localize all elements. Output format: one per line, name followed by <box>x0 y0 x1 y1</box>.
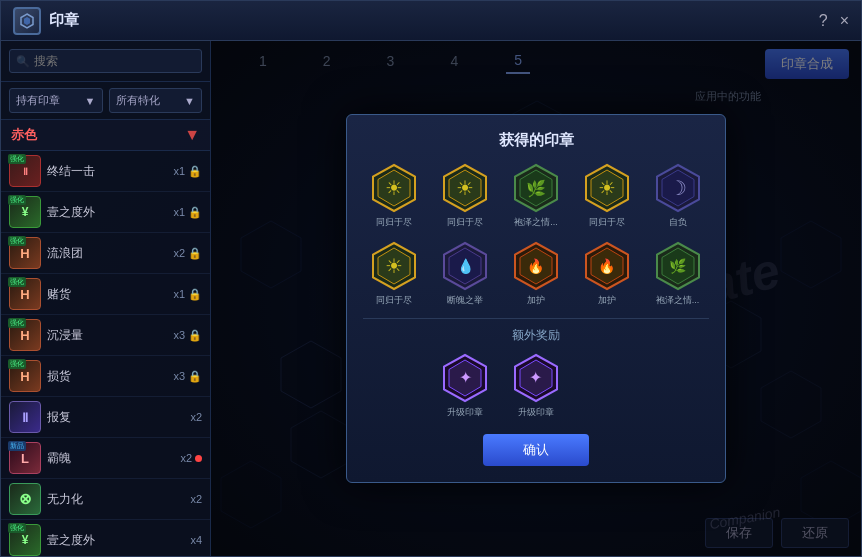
stamp-name-7: 报复 <box>47 409 71 426</box>
stamp-icon-5: H 强化 <box>9 319 41 351</box>
modal-overlay: 获得的印章 ☀ 同归于尽 <box>211 41 861 556</box>
search-bar: 🔍 <box>1 41 210 82</box>
modal-stamp-10[interactable]: 🌿 袍泽之情... <box>646 240 709 306</box>
stamp-icon-7: Ⅱ <box>9 401 41 433</box>
search-input[interactable] <box>9 49 202 73</box>
bonus-hex-label-2: 升级印章 <box>518 407 554 418</box>
list-item[interactable]: H 强化 损货 x3 🔒 <box>1 356 210 397</box>
stamp-icon-10: ¥ 强化 <box>9 524 41 556</box>
stamp-count-10: x4 <box>190 534 202 546</box>
stamp-hex-label-10: 袍泽之情... <box>656 295 700 306</box>
stamp-icon-2: ¥ 强化 <box>9 196 41 228</box>
stamp-hex-label-6: 同归于尽 <box>376 295 412 306</box>
stamp-icon-6: H 强化 <box>9 360 41 392</box>
stamp-name-6: 损货 <box>47 368 71 385</box>
stamp-icon-1: Ⅱ 强化 <box>9 155 41 187</box>
stamp-hex-5: ☽ <box>652 162 704 214</box>
stamp-name-9: 无力化 <box>47 491 83 508</box>
stamp-icon-4: H 强化 <box>9 278 41 310</box>
expand-icon: ▼ <box>184 126 200 144</box>
bonus-hex-2: ✦ <box>510 352 562 404</box>
modal-stamp-5[interactable]: ☽ 自负 <box>646 162 709 228</box>
chevron-down-icon: ▼ <box>85 95 96 107</box>
stamp-count-1: x1 🔒 <box>173 165 202 178</box>
stamp-hex-1: ☀ <box>368 162 420 214</box>
category-label: 赤色 <box>11 126 37 144</box>
stamp-hex-label-9: 加护 <box>598 295 616 306</box>
list-item[interactable]: Ⅱ 强化 终结一击 x1 🔒 <box>1 151 210 192</box>
modal-box: 获得的印章 ☀ 同归于尽 <box>346 114 726 482</box>
list-item[interactable]: H 强化 赌货 x1 🔒 <box>1 274 210 315</box>
stamp-hex-10: 🌿 <box>652 240 704 292</box>
stamp-count-4: x1 🔒 <box>173 288 202 301</box>
stamp-icon-3: H 强化 <box>9 237 41 269</box>
list-item[interactable]: H 强化 沉浸量 x3 🔒 <box>1 315 210 356</box>
confirm-button[interactable]: 确认 <box>483 434 589 466</box>
stamp-count-2: x1 🔒 <box>173 206 202 219</box>
stamp-count-6: x3 🔒 <box>173 370 202 383</box>
main-window: 印章 ? × 🔍 持有印章 ▼ 所有特化 ▼ <box>0 0 862 557</box>
bonus-hex-1: ✦ <box>439 352 491 404</box>
stamp-hex-3: 🌿 <box>510 162 562 214</box>
modal-title: 获得的印章 <box>363 131 709 150</box>
chevron-down-icon: ▼ <box>184 95 195 107</box>
right-area: Rate 1 2 3 4 5 印章合成 应用中的功能 5 印章页码 Compan… <box>211 41 861 556</box>
stamp-name-5: 沉浸量 <box>47 327 83 344</box>
title-controls: ? × <box>819 12 849 30</box>
left-panel: 🔍 持有印章 ▼ 所有特化 ▼ 赤色 ▼ <box>1 41 211 556</box>
list-item[interactable]: L 新品 霸魄 x2 <box>1 438 210 479</box>
filter-owned-button[interactable]: 持有印章 ▼ <box>9 88 103 113</box>
stamp-hex-label-2: 同归于尽 <box>447 217 483 228</box>
stamp-grid-row2: ☀ 同归于尽 💧 <box>363 240 709 306</box>
stamp-name-8: 霸魄 <box>47 450 71 467</box>
bonus-grid: ✦ 升级印章 ✦ 升级印章 <box>363 352 709 418</box>
list-item[interactable]: ¥ 强化 壹之度外 x4 <box>1 520 210 556</box>
modal-stamp-2[interactable]: ☀ 同归于尽 <box>434 162 497 228</box>
modal-stamp-9[interactable]: 🔥 加护 <box>575 240 638 306</box>
stamp-list: Ⅱ 强化 终结一击 x1 🔒 ¥ 强化 壹之度外 x1 🔒 <box>1 151 210 556</box>
stamp-hex-label-8: 加护 <box>527 295 545 306</box>
bonus-section-title: 额外奖励 <box>363 327 709 344</box>
title-bar: 印章 ? × <box>1 1 861 41</box>
stamp-name-4: 赌货 <box>47 286 71 303</box>
modal-stamp-8[interactable]: 🔥 加护 <box>505 240 568 306</box>
search-wrapper: 🔍 <box>9 49 202 73</box>
svg-marker-1 <box>24 17 30 25</box>
modal-divider <box>363 318 709 319</box>
stamp-name-2: 壹之度外 <box>47 204 95 221</box>
stamp-hex-label-3: 袍泽之情... <box>514 217 558 228</box>
bonus-hex-label-1: 升级印章 <box>447 407 483 418</box>
content-area: 🔍 持有印章 ▼ 所有特化 ▼ 赤色 ▼ <box>1 41 861 556</box>
stamp-hex-9: 🔥 <box>581 240 633 292</box>
bonus-stamp-2[interactable]: ✦ 升级印章 <box>510 352 562 418</box>
stamp-hex-4: ☀ <box>581 162 633 214</box>
stamp-count-3: x2 🔒 <box>173 247 202 260</box>
modal-stamp-7[interactable]: 💧 断魄之举 <box>434 240 497 306</box>
stamp-hex-label-5: 自负 <box>669 217 687 228</box>
modal-stamp-3[interactable]: 🌿 袍泽之情... <box>505 162 568 228</box>
stamp-hex-label-4: 同归于尽 <box>589 217 625 228</box>
list-item[interactable]: ¥ 强化 壹之度外 x1 🔒 <box>1 192 210 233</box>
stamp-hex-label-1: 同归于尽 <box>376 217 412 228</box>
stamp-count-7: x2 <box>190 411 202 423</box>
stamp-name-3: 流浪团 <box>47 245 83 262</box>
category-header[interactable]: 赤色 ▼ <box>1 120 210 151</box>
close-button[interactable]: × <box>840 12 849 30</box>
modal-stamp-6[interactable]: ☀ 同归于尽 <box>363 240 426 306</box>
stamp-hex-label-7: 断魄之举 <box>447 295 483 306</box>
filter-special-button[interactable]: 所有特化 ▼ <box>109 88 203 113</box>
title-logo <box>13 7 41 35</box>
modal-stamp-4[interactable]: ☀ 同归于尽 <box>575 162 638 228</box>
bonus-stamp-1[interactable]: ✦ 升级印章 <box>439 352 491 418</box>
stamp-count-8: x2 <box>180 452 202 464</box>
stamp-hex-8: 🔥 <box>510 240 562 292</box>
list-item[interactable]: ⊗ 无力化 x2 <box>1 479 210 520</box>
stamp-icon-8: L 新品 <box>9 442 41 474</box>
stamp-hex-2: ☀ <box>439 162 491 214</box>
list-item[interactable]: Ⅱ 报复 x2 <box>1 397 210 438</box>
help-button[interactable]: ? <box>819 12 828 30</box>
modal-stamp-1[interactable]: ☀ 同归于尽 <box>363 162 426 228</box>
list-item[interactable]: H 强化 流浪团 x2 🔒 <box>1 233 210 274</box>
stamp-count-5: x3 🔒 <box>173 329 202 342</box>
stamp-icon-9: ⊗ <box>9 483 41 515</box>
